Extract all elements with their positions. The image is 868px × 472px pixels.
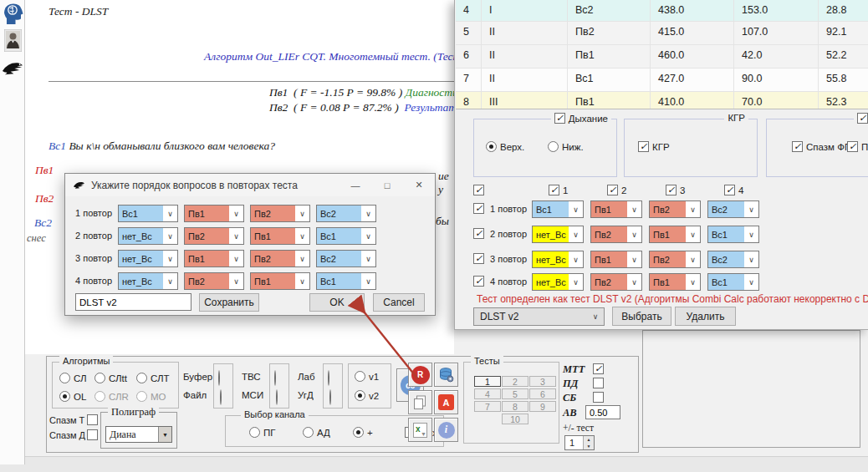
repeat2-q1-select[interactable]: нет_Вс∨ (532, 226, 584, 243)
test-10-button[interactable]: 10 (502, 414, 528, 424)
test-6-button[interactable]: 6 (529, 388, 556, 399)
test-3-button[interactable]: 3 (529, 376, 556, 387)
test-8-button[interactable]: 8 (502, 401, 528, 412)
fpg-checkbox[interactable]: ✓ (857, 113, 868, 124)
test-9-button[interactable]: 9 (529, 401, 556, 412)
av-input[interactable] (585, 405, 620, 419)
repeat3-q1-select[interactable]: нет_Вс∨ (532, 251, 584, 268)
test-type-select[interactable]: DLST v2∨ (473, 307, 605, 326)
spasm-d-checkbox[interactable] (87, 429, 98, 440)
eagle-icon[interactable] (2, 58, 23, 79)
breathing-checkbox[interactable]: ✓ (554, 113, 565, 124)
col1-checkbox[interactable]: ✓1 (549, 185, 568, 195)
maximize-icon[interactable]: □ (371, 174, 403, 196)
repeat2-q4-select[interactable]: Вс1∨ (707, 226, 759, 243)
polygraph-select[interactable]: Диана ▼ (105, 426, 172, 443)
copy-button[interactable] (408, 390, 432, 414)
spasm-t-checkbox[interactable] (87, 414, 98, 425)
col3-checkbox[interactable]: ✓3 (666, 185, 685, 195)
dlg-repeat3-q4-select[interactable]: Вс2∨ (316, 250, 376, 267)
col4-checkbox[interactable]: ✓4 (724, 185, 743, 195)
msi-radio[interactable] (276, 389, 278, 405)
repeat2-q3-select[interactable]: Пв1∨ (649, 226, 701, 243)
repeat2-q2-select[interactable]: Пв2∨ (590, 226, 642, 243)
col2-checkbox[interactable]: ✓2 (607, 185, 626, 195)
brain-head-icon[interactable] (2, 3, 23, 24)
sb-checkbox[interactable] (593, 392, 604, 403)
po-checkbox[interactable]: ✓По (847, 141, 868, 152)
pg-radio[interactable]: ПГ (249, 427, 276, 438)
repeat4-q4-select[interactable]: Вс1∨ (707, 273, 759, 291)
v2-radio[interactable]: v2 (355, 390, 379, 401)
dlg-repeat1-q4-select[interactable]: Вс2∨ (316, 205, 376, 222)
dlg-repeat2-q3-select[interactable]: Пв1∨ (250, 227, 310, 245)
repeat1-q2-select[interactable]: Пв1∨ (590, 200, 642, 218)
repeat1-q4-select[interactable]: Вс2∨ (707, 200, 759, 218)
dialog-titlebar[interactable]: Укажите порядок вопросов в повторах тест… (65, 174, 435, 196)
repeat4-q2-select[interactable]: Пв2∨ (590, 273, 642, 291)
export-button[interactable]: x ▼ (408, 418, 432, 442)
select-test-button[interactable]: Выбрать (612, 307, 671, 326)
dlg-repeat1-q3-select[interactable]: Пв2∨ (250, 205, 310, 222)
pd-checkbox[interactable] (593, 378, 604, 388)
portrait-icon[interactable] (2, 29, 23, 51)
dlg-repeat1-q2-select[interactable]: Пв1∨ (184, 205, 244, 222)
repeat1-q3-select[interactable]: Пв2∨ (649, 200, 701, 218)
repeat3-checkbox[interactable]: ✓ (473, 253, 484, 264)
repeat4-q3-select[interactable]: Пв1∨ (649, 273, 701, 291)
dlg-repeat4-q1-select[interactable]: нет_Вс∨ (118, 272, 178, 290)
table-row[interactable]: 6II Пв1460.0 42.052.2 (456, 45, 868, 69)
dlg-repeat3-q1-select[interactable]: нет_Вс∨ (118, 250, 178, 267)
dlg-repeat1-q1-select[interactable]: Вс1∨ (118, 205, 178, 222)
dlg-repeat4-q3-select[interactable]: Пв1∨ (250, 272, 310, 290)
pdf-button[interactable]: A (434, 390, 458, 414)
repeat1-q1-select[interactable]: Вс1∨ (532, 200, 584, 218)
breath-upper-radio[interactable]: Верх. (486, 141, 524, 152)
repeat3-q3-select[interactable]: Пв2∨ (649, 251, 701, 268)
save-button[interactable]: Сохранить (199, 293, 259, 312)
algo-sltt-radio[interactable]: СЛtt (94, 373, 127, 383)
file-radio[interactable] (220, 389, 222, 405)
delete-test-button[interactable]: Удалить (675, 307, 736, 326)
test-7-button[interactable]: 7 (474, 401, 501, 412)
algo-slr-radio[interactable]: СЛR (94, 391, 129, 402)
dlg-repeat4-q4-select[interactable]: Вс1∨ (316, 272, 376, 290)
all-repeats-checkbox[interactable]: ✓ (473, 185, 484, 195)
test-count-spinner[interactable]: 1 ▲▼ (564, 435, 595, 450)
buffer-radio[interactable] (218, 370, 220, 386)
test-5-button[interactable]: 5 (502, 388, 528, 399)
tvs-radio[interactable] (274, 370, 276, 386)
repeat1-checkbox[interactable]: ✓ (473, 203, 484, 214)
test-2-button[interactable]: 2 (502, 376, 528, 387)
repeat4-q1-select[interactable]: нет_Вс∨ (532, 273, 584, 291)
ugd-radio[interactable] (329, 389, 331, 405)
table-row[interactable]: 7II Вс1427.0 90.055.8 (456, 69, 868, 92)
dlg-repeat3-q3-select[interactable]: Пв2∨ (250, 250, 310, 267)
minimize-icon[interactable]: — (340, 174, 371, 196)
database-button[interactable] (434, 363, 458, 387)
repeat3-q4-select[interactable]: Вс2∨ (707, 251, 759, 268)
close-icon[interactable]: ✕ (403, 174, 435, 196)
test-4-button[interactable]: 4 (474, 388, 501, 399)
test-1-button[interactable]: 1 (474, 376, 501, 387)
plus-radio[interactable]: + (353, 427, 373, 438)
breath-lower-radio[interactable]: Ниж. (548, 141, 584, 152)
repeat3-q2-select[interactable]: Пв1∨ (590, 251, 642, 268)
dlg-repeat2-q4-select[interactable]: Вс1∨ (316, 227, 376, 245)
repeat4-checkbox[interactable]: ✓ (473, 276, 484, 287)
algo-sl-radio[interactable]: СЛ (59, 373, 86, 383)
ad-radio[interactable]: АД (303, 427, 330, 438)
mtt-checkbox[interactable]: ✓ (593, 363, 604, 374)
repeat2-checkbox[interactable]: ✓ (473, 228, 484, 239)
dlg-repeat3-q2-select[interactable]: Пв1∨ (184, 250, 244, 267)
dlg-repeat4-q2-select[interactable]: Пв2∨ (184, 272, 244, 290)
table-row[interactable]: 8III Пв1410.0 70.052.3 (456, 92, 868, 109)
info-button[interactable]: i (434, 418, 458, 442)
kgr-checkbox[interactable]: ✓КГР (638, 141, 670, 152)
dlg-repeat2-q2-select[interactable]: Пв2∨ (184, 227, 244, 245)
test-name-input[interactable] (75, 293, 191, 311)
lab-radio[interactable] (328, 370, 329, 386)
table-row[interactable]: 5II Пв2415.0 107.092.1 (456, 22, 868, 45)
table-row[interactable]: 4I Вс2438.0 153.028.8 (456, 0, 868, 22)
algo-slt-radio[interactable]: СЛТ (136, 373, 170, 383)
